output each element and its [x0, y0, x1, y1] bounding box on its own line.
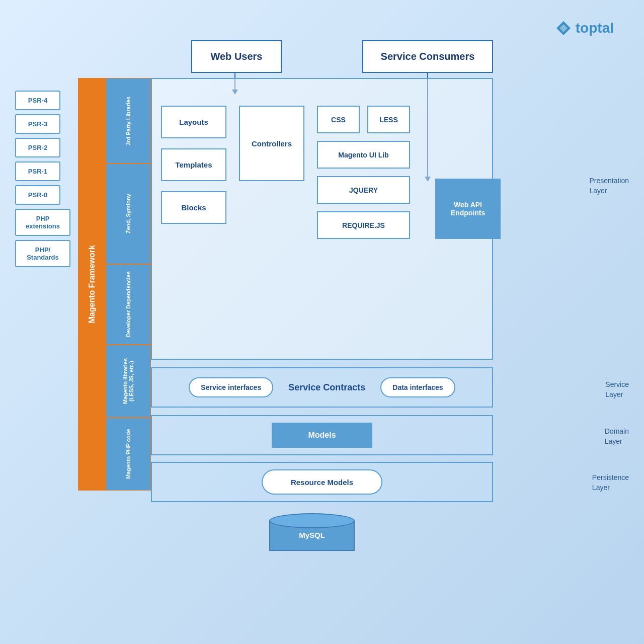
psr-2-box: PSR-2 — [15, 138, 60, 157]
sub-columns: 3rd Party Libraries Zend, Symfony Develo… — [106, 78, 151, 491]
developer-dependencies: Developer Dependencies — [106, 264, 151, 345]
jquery-box: JQUERY — [317, 176, 410, 204]
magento-framework-col: Magento Framework — [78, 78, 106, 491]
data-interfaces-pill: Data interfaces — [380, 377, 455, 397]
service-consumers-box: Service Consumers — [362, 40, 493, 73]
service-contracts-label: Service Contracts — [288, 382, 365, 393]
psr-stack: PSR-4 PSR-3 PSR-2 PSR-1 PSR-0 PHP extens… — [15, 91, 70, 267]
persistence-layer: Resource Models — [151, 462, 493, 502]
cylinder-top — [269, 513, 355, 528]
service-layer-label: ServiceLayer — [605, 380, 629, 399]
magento-libraries: Magento libraries (LESS, JS, etc.) — [106, 345, 151, 418]
service-interfaces-pill: Service interfaces — [189, 377, 273, 397]
mysql-cylinder-area: MySQL — [262, 513, 362, 564]
psr-4-box: PSR-4 — [15, 91, 60, 110]
toptal-logo: toptal — [555, 20, 614, 36]
mysql-label: MySQL — [269, 531, 355, 539]
logo-text: toptal — [576, 20, 614, 36]
psr-1-box: PSR-1 — [15, 162, 60, 181]
magento-ui-box: Magento UI Lib — [317, 141, 410, 169]
service-layer: Service interfaces Service Contracts Dat… — [151, 367, 493, 408]
php-extensions-box: PHP extensions — [15, 209, 70, 236]
less-box: LESS — [367, 106, 410, 133]
layouts-box: Layouts — [161, 106, 226, 138]
zend-symfony: Zend, Symfony — [106, 164, 151, 264]
resource-models-box: Resource Models — [262, 469, 382, 495]
web-api-box: Web API Endpoints — [435, 179, 501, 239]
toptal-diamond-icon — [555, 20, 572, 36]
templates-box: Templates — [161, 148, 226, 181]
domain-layer-label: DomainLayer — [605, 427, 629, 446]
domain-layer: Models — [151, 415, 493, 455]
psr-0-box: PSR-0 — [15, 185, 60, 205]
magento-php-code: Magento PHP code — [106, 418, 151, 491]
php-standards-box: PHP/Standards — [15, 240, 70, 267]
web-users-box: Web Users — [191, 40, 282, 73]
controllers-box: Controllers — [239, 106, 304, 181]
mysql-cylinder: MySQL — [269, 513, 355, 556]
third-party-libraries: 3rd Party Libraries — [106, 78, 151, 164]
persistence-layer-label: PersistenceLayer — [592, 473, 629, 493]
psr-3-box: PSR-3 — [15, 114, 60, 134]
requirejs-box: REQUIRE.JS — [317, 211, 410, 239]
css-box: CSS — [317, 106, 360, 133]
blocks-box: Blocks — [161, 191, 226, 224]
models-box: Models — [272, 423, 372, 448]
presentation-layer-label: PresentationLayer — [589, 176, 629, 196]
